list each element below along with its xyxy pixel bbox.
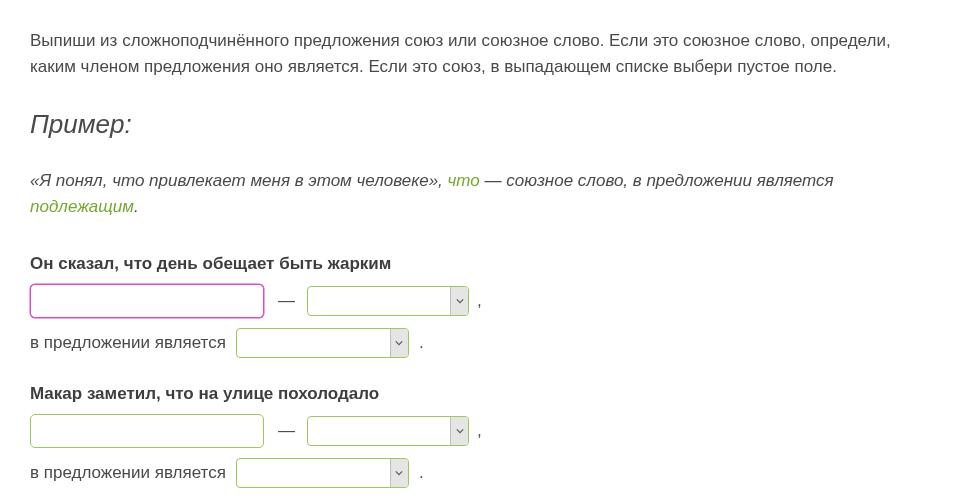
conjunction-input[interactable]: [30, 414, 264, 448]
role-select-value: [237, 329, 390, 357]
chevron-down-icon: [390, 459, 408, 487]
dash-separator: —: [278, 421, 295, 441]
task-row-1: — ,: [30, 414, 936, 448]
task-row-1: — ,: [30, 284, 936, 318]
comma-text: ,: [477, 291, 482, 311]
period-text: .: [419, 333, 424, 353]
instructions-text: Выпиши из сложноподчинённого предложения…: [30, 28, 936, 81]
task-sentence: Он сказал, что день обещает быть жарким: [30, 254, 936, 274]
task-sentence: Макар заметил, что на улице похолодало: [30, 384, 936, 404]
role-prefix-label: в предложении является: [30, 463, 226, 483]
role-prefix-label: в предложении является: [30, 333, 226, 353]
chevron-down-icon: [390, 329, 408, 357]
task-row-2: в предложении является .: [30, 458, 936, 488]
chevron-down-icon: [450, 417, 468, 445]
chevron-down-icon: [450, 287, 468, 315]
conjunction-input[interactable]: [30, 284, 264, 318]
example-highlight-word: что: [448, 171, 480, 190]
example-prefix: «Я понял, что привлекает меня в этом чел…: [30, 171, 448, 190]
example-role-word: подлежащим: [30, 197, 134, 216]
period-text: .: [419, 463, 424, 483]
type-select[interactable]: [307, 416, 469, 446]
role-select[interactable]: [236, 458, 409, 488]
example-mid: — союзное слово, в предложении является: [480, 171, 834, 190]
example-suffix: .: [134, 197, 139, 216]
role-select-value: [237, 459, 390, 487]
role-select[interactable]: [236, 328, 409, 358]
type-select[interactable]: [307, 286, 469, 316]
dash-separator: —: [278, 291, 295, 311]
comma-text: ,: [477, 421, 482, 441]
example-text: «Я понял, что привлекает меня в этом чел…: [30, 168, 936, 221]
task-block: Макар заметил, что на улице похолодало —…: [30, 384, 936, 488]
type-select-value: [308, 417, 450, 445]
example-heading: Пример:: [30, 109, 936, 140]
task-row-2: в предложении является .: [30, 328, 936, 358]
task-block: Он сказал, что день обещает быть жарким …: [30, 254, 936, 358]
type-select-value: [308, 287, 450, 315]
